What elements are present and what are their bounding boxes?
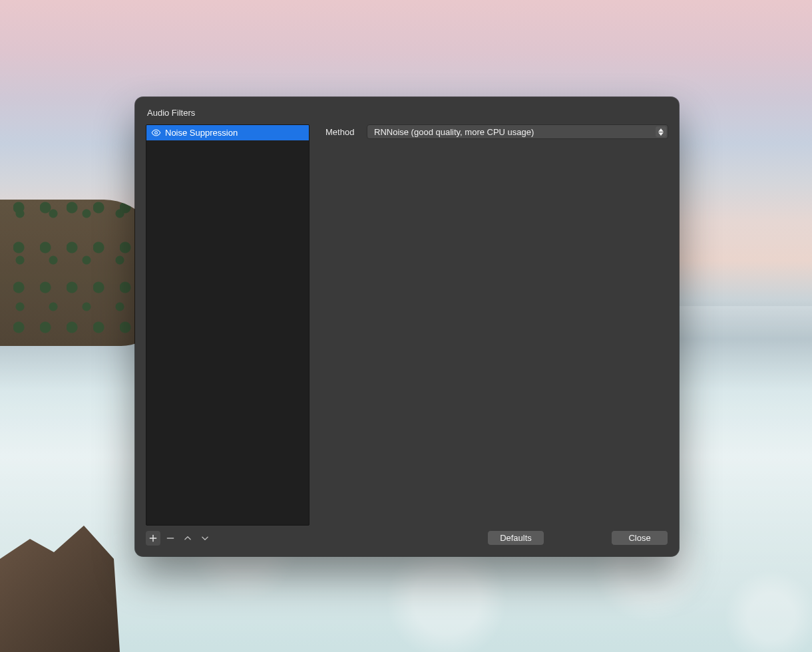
defaults-button[interactable]: Defaults xyxy=(487,530,544,546)
select-stepper-icon xyxy=(656,126,666,137)
add-filter-button[interactable] xyxy=(146,531,160,546)
remove-filter-button[interactable] xyxy=(163,531,178,546)
filter-list[interactable]: Noise Suppression xyxy=(146,124,309,526)
filter-item-label: Noise Suppression xyxy=(165,128,238,138)
chevron-down-icon xyxy=(200,534,210,543)
method-label: Method xyxy=(325,127,359,137)
dialog-footer: Defaults Close xyxy=(325,530,668,546)
filter-item-noise-suppression[interactable]: Noise Suppression xyxy=(146,125,309,140)
move-up-button[interactable] xyxy=(180,531,195,546)
close-button[interactable]: Close xyxy=(611,530,668,546)
dialog-title: Audio Filters xyxy=(146,108,668,118)
filter-list-toolbar xyxy=(146,531,309,546)
visibility-eye-icon[interactable] xyxy=(150,128,161,138)
move-down-button[interactable] xyxy=(198,531,212,546)
chevron-up-icon xyxy=(183,534,192,543)
minus-icon xyxy=(166,534,175,543)
svg-point-0 xyxy=(154,132,157,134)
audio-filters-dialog: Audio Filters Noise Suppression xyxy=(135,97,679,556)
plus-icon xyxy=(148,534,158,543)
method-select-value: RNNoise (good quality, more CPU usage) xyxy=(374,127,534,137)
method-select[interactable]: RNNoise (good quality, more CPU usage) xyxy=(367,124,668,139)
method-row: Method RNNoise (good quality, more CPU u… xyxy=(325,124,668,139)
